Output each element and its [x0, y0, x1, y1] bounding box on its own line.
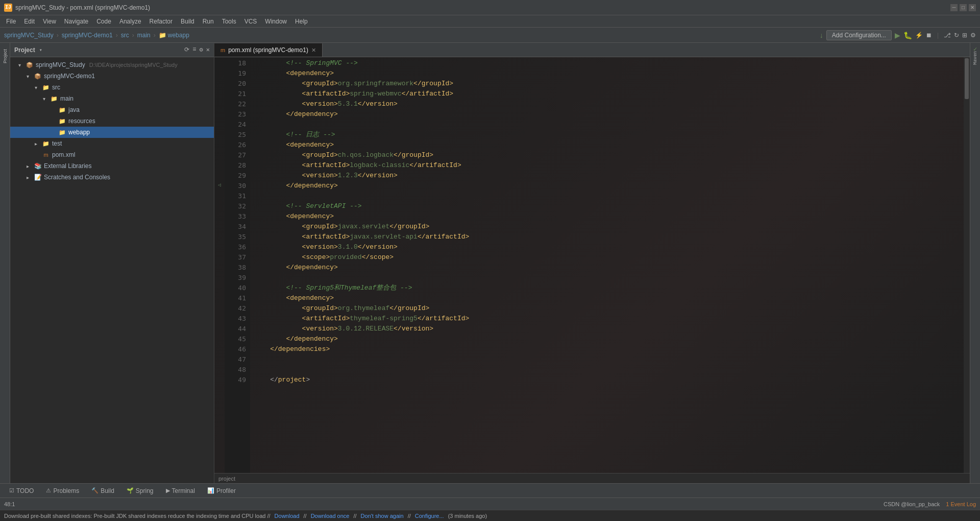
- menu-edit[interactable]: Edit: [20, 17, 39, 26]
- notif-dont-show-link[interactable]: Don't show again: [361, 513, 404, 519]
- tree-item-demo1[interactable]: ▾ 📦 springMVC-demo1: [10, 70, 214, 82]
- minimize-button[interactable]: ─: [950, 4, 958, 11]
- editor-tab-pom[interactable]: m pom.xml (springMVC-demo1) ✕: [214, 43, 323, 57]
- code-area[interactable]: <!-- SpringMVC --> <dependency> <groupId…: [250, 57, 964, 473]
- menu-tools[interactable]: Tools: [218, 17, 240, 26]
- menu-view[interactable]: View: [39, 17, 60, 26]
- terminal-icon: ▶: [166, 487, 170, 494]
- menu-file[interactable]: File: [2, 17, 20, 26]
- layout-icon[interactable]: ⊞: [962, 32, 967, 39]
- add-configuration-button[interactable]: Add Configuration...: [826, 30, 892, 40]
- tree-item-pom[interactable]: ▸ m pom.xml: [10, 149, 214, 160]
- maximize-button[interactable]: □: [960, 4, 967, 11]
- linenum-33: 33: [225, 211, 246, 222]
- gutter-39: [214, 272, 225, 282]
- collapse-all-icon[interactable]: ≡: [192, 46, 196, 54]
- vtab-project[interactable]: Project: [2, 45, 9, 67]
- tree-item-test[interactable]: ▸ 📁 test: [10, 138, 214, 149]
- tree-arrow-resources: ▸: [51, 119, 58, 124]
- status-encoding[interactable]: CSDN @lion_pp_back: [884, 501, 940, 507]
- status-encoding-value: CSDN @lion_pp_back: [884, 501, 940, 507]
- project-tree: ▾ 📦 springMVC_Study D:\IDEA\projects\spr…: [10, 57, 214, 483]
- status-position[interactable]: 48:1: [4, 501, 15, 507]
- code-line-49: </project>: [254, 375, 964, 385]
- linenum-48: 48: [225, 365, 246, 375]
- profile-button[interactable]: ⚡: [915, 32, 923, 39]
- breadcrumb-webapp[interactable]: webapp: [168, 32, 189, 39]
- close-panel-icon[interactable]: ✕: [206, 46, 210, 54]
- gutter-21: [214, 88, 225, 98]
- menu-code[interactable]: Code: [92, 17, 115, 26]
- tree-item-ext-libs[interactable]: ▸ 📚 External Libraries: [10, 160, 214, 172]
- menu-vcs[interactable]: VCS: [240, 17, 261, 26]
- project-dropdown-icon[interactable]: ▾: [39, 47, 42, 53]
- breadcrumb-sep4: ›: [154, 32, 156, 39]
- tree-item-webapp[interactable]: ▸ 📁 webapp: [10, 127, 214, 138]
- title-bar-left: IJ springMVC_Study - pom.xml (springMVC-…: [4, 4, 150, 12]
- breadcrumb-module[interactable]: springMVC-demo1: [62, 32, 113, 39]
- tree-item-java[interactable]: ▸ 📁 java: [10, 104, 214, 115]
- tree-item-resources[interactable]: ▸ 📁 resources: [10, 115, 214, 127]
- linenum-47: 47: [225, 354, 246, 365]
- gutter-31: [214, 190, 225, 200]
- scrollbar-track[interactable]: [964, 57, 970, 473]
- menu-analyze[interactable]: Analyze: [115, 17, 145, 26]
- notif-download-once-link[interactable]: Download once: [311, 513, 350, 519]
- tab-spring[interactable]: 🌱 Spring: [121, 485, 159, 497]
- debug-button[interactable]: 🐛: [903, 31, 912, 39]
- run-button[interactable]: ▶: [895, 31, 900, 39]
- tab-profiler[interactable]: 📊 Profiler: [202, 485, 241, 497]
- update-icon[interactable]: ↻: [954, 32, 959, 39]
- tab-close-button[interactable]: ✕: [311, 47, 316, 54]
- gear-icon[interactable]: ⚙: [200, 46, 203, 54]
- gutter-27: [214, 149, 225, 159]
- project-panel: Project ▾ ⟳ ≡ ⚙ ✕ ▾ 📦 springMVC_Study D:…: [10, 43, 214, 483]
- module-icon: 📦: [26, 61, 34, 69]
- tab-terminal[interactable]: ▶ Terminal: [161, 485, 200, 497]
- tab-todo[interactable]: ☑ TODO: [4, 485, 39, 497]
- sync-icon[interactable]: ⟳: [184, 46, 189, 54]
- problems-icon: ⚠: [46, 487, 51, 494]
- close-button[interactable]: ✕: [969, 4, 976, 11]
- linenum-45: 45: [225, 334, 246, 344]
- stop-button[interactable]: ⏹: [926, 32, 932, 39]
- tree-arrow-ext-libs: ▸: [27, 163, 34, 169]
- gutter-40: [214, 282, 225, 292]
- git-icon[interactable]: ⎇: [944, 32, 951, 39]
- menu-window[interactable]: Window: [261, 17, 291, 26]
- breadcrumb-root[interactable]: springMVC_Study: [4, 32, 54, 39]
- right-maven-icon[interactable]: Maven: [971, 54, 979, 62]
- tab-build[interactable]: 🔨 Build: [86, 485, 119, 497]
- toolbar-right: ↓ Add Configuration... ▶ 🐛 ⚡ ⏹ | ⎇ ↻ ⊞ ⚙: [820, 30, 976, 40]
- editor-content[interactable]: ◁: [214, 57, 970, 473]
- linenum-36: 36: [225, 242, 246, 252]
- title-bar: IJ springMVC_Study - pom.xml (springMVC-…: [0, 0, 980, 15]
- linenum-39: 39: [225, 273, 246, 283]
- notification-bar: Download pre-built shared indexes: Pre-b…: [0, 510, 980, 521]
- menu-help[interactable]: Help: [291, 17, 312, 26]
- breadcrumb-main[interactable]: main: [137, 32, 151, 39]
- tree-item-main[interactable]: ▾ 📁 main: [10, 93, 214, 104]
- menu-build[interactable]: Build: [177, 17, 199, 26]
- status-event-log[interactable]: 1 Event Log: [946, 501, 976, 507]
- code-line-47: [254, 354, 964, 365]
- tab-problems[interactable]: ⚠ Problems: [41, 485, 84, 497]
- status-right: CSDN @lion_pp_back 1 Event Log: [884, 501, 976, 507]
- breadcrumb-sep3: ›: [132, 32, 134, 39]
- code-line-29: <version>1.2.3</version>: [254, 171, 964, 181]
- gutter-49: [214, 374, 225, 384]
- tree-label-demo1: springMVC-demo1: [44, 73, 95, 80]
- notif-sep3: //: [408, 513, 411, 519]
- notif-download-link[interactable]: Download: [275, 513, 300, 519]
- breadcrumb-src[interactable]: src: [121, 32, 129, 39]
- menu-navigate[interactable]: Navigate: [60, 17, 92, 26]
- tree-item-scratches[interactable]: ▸ 📝 Scratches and Consoles: [10, 172, 214, 183]
- tree-item-root[interactable]: ▾ 📦 springMVC_Study D:\IDEA\projects\spr…: [10, 59, 214, 70]
- tree-item-src[interactable]: ▾ 📁 src: [10, 82, 214, 93]
- settings-icon[interactable]: ⚙: [970, 32, 976, 39]
- menu-refactor[interactable]: Refactor: [145, 17, 177, 26]
- scrollbar-thumb[interactable]: [965, 58, 969, 99]
- code-line-36: <version>3.1.0</version>: [254, 242, 964, 252]
- menu-run[interactable]: Run: [199, 17, 218, 26]
- notif-configure-link[interactable]: Configure...: [415, 513, 444, 519]
